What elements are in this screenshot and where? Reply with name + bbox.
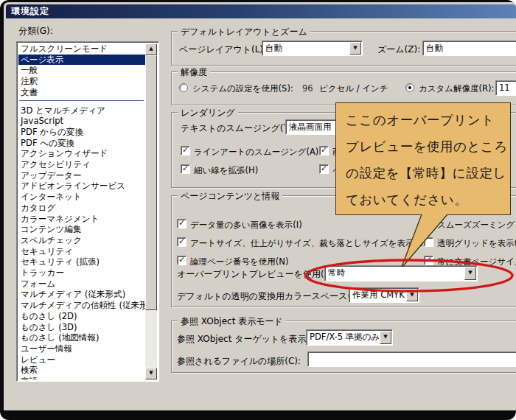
sidebar-item[interactable]: レビュー [18, 354, 145, 365]
sidebar-item[interactable]: インターネット [18, 192, 145, 203]
sidebar-item[interactable]: セキュリティ [18, 246, 145, 257]
zoom-label: ズーム(Z): [377, 43, 420, 56]
sidebar-item[interactable]: 一般 [18, 65, 145, 76]
logical-pages-checkbox[interactable] [177, 256, 186, 265]
system-resolution-unit: ピクセル / インチ [319, 83, 388, 94]
sidebar-item[interactable]: ものさし (3D) [18, 322, 145, 333]
category-list[interactable]: フルスクリーンモードページ表示一般注釈文書3D とマルチメディアJavaScri… [16, 41, 159, 382]
referenced-file-location-input[interactable] [307, 351, 516, 367]
large-images-label[interactable]: データ量の多い画像を表示(I) [190, 220, 302, 231]
system-resolution-radio[interactable] [179, 83, 188, 92]
transparency-colorspace-value: 作業用 CMYK [352, 290, 405, 301]
art-sizes-checkbox[interactable] [177, 237, 186, 247]
doc-page-size-checkbox[interactable] [424, 256, 433, 265]
sidebar-item[interactable]: トラッカー [18, 267, 145, 279]
enhance-thin-lines-label[interactable]: 細い線を拡張(H) [194, 165, 258, 176]
zoom-value: 自動 [426, 43, 516, 54]
lineart-smoothing-checkbox[interactable] [181, 146, 190, 155]
sidebar-item[interactable]: スペルチェック [18, 235, 145, 246]
scroll-down-icon[interactable]: ▼ [145, 368, 157, 379]
sidebar-item[interactable]: ページ表示 [18, 55, 145, 66]
enhance-thin-lines-checkbox[interactable] [181, 164, 190, 174]
sidebar-item[interactable]: ものさし (2D) [18, 311, 145, 322]
page-cache-checkbox[interactable] [319, 164, 329, 174]
callout-box: ここのオーバープリント プレビューを使用のところ の設定を【常時】に設定し てお… [335, 102, 511, 215]
sidebar-item[interactable]: PDF への変換 [18, 138, 145, 149]
sidebar-item[interactable]: カラーマネジメント [18, 214, 145, 225]
image-smoothing-checkbox[interactable] [319, 146, 329, 155]
custom-resolution-radio[interactable] [405, 83, 414, 92]
sidebar-item[interactable]: アップデーター [18, 170, 145, 181]
sidebar-item[interactable]: アクションウィザード [18, 148, 145, 159]
group-title: 参照 XObject 表示モード [178, 315, 286, 328]
lineart-smoothing-label[interactable]: ラインアートのスムージング(A) [194, 147, 318, 158]
group-title: レンダリング [178, 107, 238, 119]
sidebar-item[interactable]: 注釈 [18, 76, 145, 87]
transparency-grid-label[interactable]: 透明グリッドを表示(E) [437, 238, 516, 249]
custom-resolution-value: 11 [499, 83, 516, 93]
sidebar-item[interactable]: フォーム [18, 279, 145, 290]
sidebar-item[interactable]: 検索 [18, 365, 145, 376]
dropdown-arrow-icon[interactable]: ▼ [406, 289, 418, 301]
large-images-checkbox[interactable] [177, 219, 186, 228]
sidebar-item[interactable]: 文書 [18, 87, 145, 98]
referenced-file-location-label: 参照されるファイルの場所(C): [177, 355, 301, 368]
transparency-colorspace-select[interactable]: 作業用 CMYK ▼ [349, 287, 419, 303]
callout-text: プレビューを使用のところ [336, 133, 510, 160]
group-title: ページコンテンツと情報 [178, 190, 282, 203]
system-resolution-value: 96 [302, 83, 313, 94]
transparency-colorspace-label: デフォルトの透明の変換用カラースペース(C): [177, 290, 363, 303]
sidebar-item[interactable]: カタログ [18, 203, 145, 214]
sidebar-item[interactable]: PDF からの変換 [18, 127, 145, 138]
sidebar-item[interactable]: フルスクリーンモード [18, 43, 145, 55]
scroll-up-icon[interactable]: ▲ [145, 43, 157, 55]
xobject-target-label: 参照 XObject ターゲットを表示(X): [177, 333, 322, 346]
dropdown-arrow-icon[interactable]: ▼ [349, 42, 361, 55]
sidebar-item[interactable]: ものさし (地図情報) [18, 332, 145, 343]
overprint-preview-value: 常時 [328, 267, 464, 279]
scrollbar-thumb[interactable] [145, 55, 157, 310]
zoom-select[interactable]: 自動 ▼ [422, 41, 516, 56]
sidebar-item[interactable]: マルチメディアの信頼性 (従来形式) [18, 300, 145, 311]
callout-text: ここのオーバープリント [336, 107, 510, 133]
page-layout-select[interactable]: 自動 ▼ [262, 41, 363, 56]
sidebar-item[interactable]: 3D とマルチメディア [18, 105, 145, 116]
callout-text: の設定を【常時】に設定し [336, 160, 510, 186]
smooth-zoom-checkbox[interactable] [424, 219, 433, 228]
logical-pages-label[interactable]: 論理ページ番号を使用(N) [190, 256, 288, 267]
sidebar-item[interactable]: 言語 [18, 376, 145, 379]
callout-text: ておいてください。 [336, 186, 510, 213]
category-list-items: フルスクリーンモードページ表示一般注釈文書3D とマルチメディアJavaScri… [18, 43, 145, 379]
sidebar-item[interactable]: マルチメディア (従来形式) [18, 289, 145, 300]
list-divider [19, 100, 144, 104]
title-bar[interactable]: 環境設定 [6, 4, 516, 18]
dropdown-arrow-icon[interactable]: ▼ [380, 331, 391, 344]
smooth-zoom-label[interactable]: スムーズズーミングを使 [437, 220, 516, 231]
category-label: 分類(G): [18, 25, 53, 38]
page-layout-label: ページレイアウト(L): [179, 43, 266, 56]
custom-resolution-label[interactable]: カスタム解像度(R): [419, 83, 494, 94]
sidebar-item[interactable]: ユーザー情報 [18, 343, 145, 354]
overprint-preview-label: オーバープリントプレビューを使用(V): [177, 268, 337, 281]
custom-resolution-input[interactable]: 11 [495, 80, 516, 96]
xobject-target-select[interactable]: PDF/X-5 準拠のみ ▼ [306, 329, 393, 346]
sidebar-item[interactable]: JavaScript [18, 116, 145, 127]
dropdown-arrow-icon[interactable]: ▼ [464, 267, 476, 280]
page-layout-value: 自動 [265, 43, 349, 54]
group-title: 解像度 [178, 66, 210, 79]
art-sizes-label[interactable]: アートサイズ、仕上がりサイズ、裁ち落としサイズを表示(B) [190, 238, 426, 249]
group-title: デフォルトレイアウトとズーム [178, 26, 310, 38]
overprint-preview-select[interactable]: 常時 ▼ [324, 265, 478, 281]
sidebar-item[interactable]: コンテンツ編集 [18, 224, 145, 235]
system-resolution-label[interactable]: システムの設定を使用(S): [192, 83, 293, 94]
text-smoothing-label: テキストのスムージング(T): [181, 122, 296, 135]
category-scrollbar[interactable]: ▲ ▼ [145, 43, 157, 379]
sidebar-item[interactable]: アドビオンラインサービス [18, 181, 145, 192]
transparency-grid-checkbox[interactable] [424, 237, 433, 247]
sidebar-item[interactable]: セキュリティ (拡張) [18, 256, 145, 267]
sidebar-item[interactable]: アクセシビリティ [18, 159, 145, 170]
window-title: 環境設定 [11, 6, 49, 16]
xobject-target-value: PDF/X-5 準拠のみ [310, 332, 379, 343]
